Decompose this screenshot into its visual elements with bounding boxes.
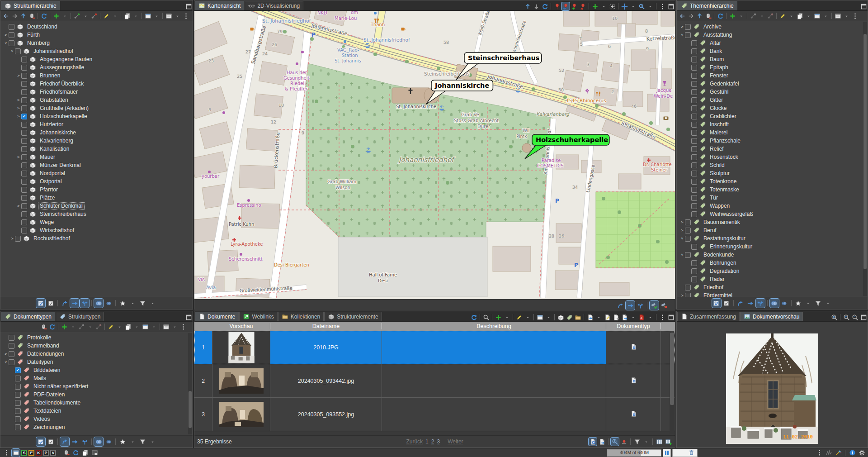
tree-checkbox[interactable] <box>15 376 21 381</box>
tree-checkbox[interactable]: ✓ <box>15 367 21 373</box>
thumbnail-cell[interactable] <box>212 364 270 397</box>
doc-export-icon[interactable] <box>586 313 594 321</box>
tree-checkbox[interactable] <box>691 105 697 111</box>
thumbnail-cell[interactable] <box>212 398 270 431</box>
document-row-2[interactable]: 220240305_093442.jpg <box>194 364 675 398</box>
tree-item-sammelband[interactable]: Sammelband <box>0 342 193 350</box>
clear-preview-box[interactable] <box>672 449 698 457</box>
tree-item-bilddateien[interactable]: ✓Bilddateien <box>0 366 193 374</box>
tab-dokumenttypen[interactable]: Dokumenttypen <box>1 312 55 321</box>
expand-icon[interactable]: > <box>16 106 21 110</box>
folder-i-icon[interactable] <box>574 313 582 321</box>
tab-dokumente[interactable]: Dokumente <box>195 312 239 321</box>
tree-item-inschrift[interactable]: Inschrift <box>677 120 868 129</box>
edit-icon[interactable] <box>107 323 115 331</box>
tree-item-friedhof[interactable]: Friedhof <box>677 283 868 291</box>
tree-item-grablichter[interactable]: Grablichter <box>677 112 868 120</box>
add-icon[interactable] <box>728 12 736 20</box>
caret-icon[interactable] <box>173 12 181 20</box>
memory-pause-button[interactable] <box>663 449 671 457</box>
tree-checkbox[interactable] <box>15 408 21 414</box>
maximize-icon[interactable] <box>667 313 675 321</box>
caret-icon[interactable] <box>842 12 850 20</box>
collapse-icon[interactable]: > <box>680 32 684 38</box>
tree-item-altar[interactable]: Altar <box>677 39 868 47</box>
tree-item-pdf-dateien[interactable]: PDF-Dateien <box>0 390 193 399</box>
refresh-icon[interactable] <box>48 323 56 331</box>
caret-icon[interactable] <box>737 12 745 20</box>
tree-checkbox[interactable] <box>691 260 697 266</box>
tree-item-ostportal[interactable]: Ostportal <box>0 177 193 186</box>
filename-cell[interactable]: 20240305_093442.jpg <box>270 364 382 397</box>
tree-checkbox[interactable] <box>21 211 27 217</box>
tree-checkbox[interactable] <box>21 187 27 193</box>
tree-checkbox[interactable] <box>691 48 697 54</box>
caret-icon[interactable] <box>128 299 137 308</box>
pin-remove-icon[interactable] <box>579 2 587 10</box>
tree-checkbox[interactable] <box>21 146 27 152</box>
trash-icon[interactable] <box>687 449 695 457</box>
expand-icon[interactable]: > <box>3 352 9 356</box>
branch-arrow-icon[interactable] <box>60 437 69 446</box>
venn-icon[interactable] <box>94 437 103 446</box>
expand-icon[interactable]: > <box>16 73 21 78</box>
tree-checkbox[interactable] <box>691 276 697 282</box>
grid-check-icon[interactable] <box>36 437 45 446</box>
expand-icon[interactable]: > <box>3 33 9 37</box>
tree-item-erinnerungskultur[interactable]: Erinnerungskultur <box>677 243 868 251</box>
tree-checkbox[interactable] <box>691 154 697 160</box>
expand-icon[interactable]: > <box>679 228 685 233</box>
window-icon[interactable] <box>536 313 544 321</box>
window-selector-p[interactable]: P <box>43 450 49 456</box>
memory-indicator[interactable]: 404M of 640M <box>607 449 661 457</box>
pin-icon[interactable] <box>553 2 561 10</box>
caret-icon[interactable] <box>150 323 158 331</box>
tree-item-brunnen[interactable]: >Brunnen <box>0 71 193 80</box>
tree-item-rosenstock[interactable]: Rosenstock <box>677 153 868 161</box>
funnel-icon[interactable] <box>814 299 823 308</box>
tree-item-radar[interactable]: Radar <box>677 275 868 283</box>
menu-icon[interactable] <box>182 12 190 20</box>
up-icon[interactable] <box>695 12 703 20</box>
tree-item-fürth[interactable]: >Fürth <box>0 31 193 39</box>
tree-checkbox[interactable] <box>685 32 691 38</box>
refresh-icon[interactable] <box>71 449 80 457</box>
window-selector-icon[interactable] <box>12 449 20 457</box>
tree-checkbox[interactable] <box>21 171 27 176</box>
grid-check-icon[interactable] <box>712 299 721 308</box>
tree-item-grabstätten[interactable]: >Grabstätten <box>0 96 193 104</box>
tree-checkbox[interactable] <box>691 138 697 144</box>
tree-checkbox[interactable]: ✓ <box>21 114 27 119</box>
tree-item-pflanzschale[interactable]: Pflanzschale <box>677 137 868 145</box>
tree-item-totenmaske[interactable]: Totenmaske <box>677 186 868 194</box>
lock-icon[interactable] <box>704 12 712 20</box>
tab-strukturelemente[interactable]: Strukturelemente <box>324 312 382 321</box>
tree-item-wege[interactable]: Wege <box>0 218 193 226</box>
tree-checkbox[interactable] <box>685 236 691 242</box>
documents-scrollbar[interactable] <box>670 332 675 434</box>
window-selector-s[interactable]: S <box>21 450 27 456</box>
tree-item-friedhof-überblick[interactable]: Friedhof Überblick <box>0 80 193 88</box>
tree-checkbox[interactable] <box>21 130 27 136</box>
link-remove-icon[interactable] <box>90 12 98 20</box>
tree-item-dateitypen[interactable]: >Dateitypen <box>0 358 193 366</box>
tab-strukturhierarchie[interactable]: Strukturhierarchie <box>1 1 60 10</box>
back-icon[interactable] <box>678 12 686 20</box>
tree-item-bodenkunde[interactable]: >Bodenkunde <box>677 251 868 259</box>
tree-item-wirtschaftshof[interactable]: Wirtschaftshof <box>0 226 193 234</box>
caret-icon[interactable] <box>824 299 833 308</box>
copy-icon[interactable] <box>123 12 131 20</box>
themes-scrollbar[interactable] <box>863 22 867 296</box>
tree-checkbox[interactable] <box>21 179 27 185</box>
wand-icon[interactable] <box>834 449 842 457</box>
caret-icon[interactable] <box>646 2 654 10</box>
venn-icon[interactable] <box>94 299 103 308</box>
tree-checkbox[interactable] <box>691 179 697 185</box>
tree-item-baum[interactable]: Baum <box>677 55 868 63</box>
tree-item-aussegnungshalle[interactable]: Aussegnungshalle <box>0 63 193 71</box>
nav-down-icon[interactable] <box>532 2 540 10</box>
tree-checkbox[interactable] <box>21 219 27 225</box>
tree-checkbox[interactable] <box>21 162 27 168</box>
window-selector-k[interactable]: K <box>36 450 42 456</box>
add-icon[interactable] <box>591 2 599 10</box>
